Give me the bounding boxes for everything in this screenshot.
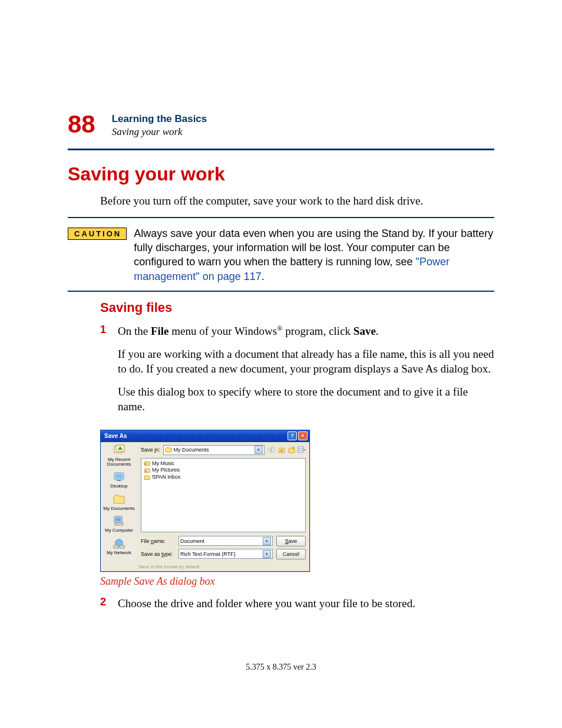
divider <box>68 217 494 218</box>
numbered-list: 2 Choose the drive and folder where you … <box>100 596 494 619</box>
svg-rect-6 <box>115 518 121 521</box>
back-button[interactable] <box>267 446 276 454</box>
save-as-type-label: Save as type: <box>141 551 175 557</box>
chevron-down-icon[interactable]: ▾ <box>263 550 271 558</box>
caution-text: Always save your data even when you are … <box>134 226 494 284</box>
file-name-input[interactable]: Document ▾ <box>178 536 273 546</box>
svg-rect-3 <box>115 474 123 479</box>
places-desktop[interactable]: Desktop <box>110 471 127 489</box>
step-number: 1 <box>100 324 118 423</box>
save-as-dialog: Save As ? × My Recent Documents <box>100 430 310 572</box>
list-item[interactable]: My Pictures <box>144 467 303 474</box>
step1-p1: On the File menu of your Windows® progra… <box>118 324 494 338</box>
running-head: Saving your work <box>112 126 207 138</box>
svg-rect-13 <box>298 447 303 452</box>
places-my-computer[interactable]: My Computer <box>105 515 133 533</box>
page-footer: 5.375 x 8.375 ver 2.3 <box>0 663 562 672</box>
figure-caption: Sample Save As dialog box <box>100 575 494 588</box>
page: 88 Learning the Basics Saving your work … <box>0 0 562 728</box>
chevron-down-icon[interactable]: ▾ <box>263 537 271 545</box>
page-header: 88 Learning the Basics Saving your work <box>68 112 494 138</box>
my-documents-icon <box>113 493 125 505</box>
caution-badge: CAUTION <box>68 228 127 240</box>
save-button[interactable]: Save <box>276 536 306 546</box>
close-button[interactable]: × <box>298 431 308 440</box>
figure: Save As ? × My Recent Documents <box>100 430 494 572</box>
save-in-combo[interactable]: My Documents ▾ <box>163 445 265 455</box>
save-in-label: Save in: <box>141 447 160 453</box>
views-button[interactable] <box>297 446 306 454</box>
new-folder-button[interactable] <box>287 446 296 454</box>
save-default-checkbox-label[interactable]: Save in this format by default <box>101 563 309 571</box>
section-title: Saving your work <box>68 163 494 185</box>
subsection-title: Saving files <box>100 300 494 315</box>
places-my-documents[interactable]: My Documents <box>103 493 134 511</box>
step2-text: Choose the drive and folder where you wa… <box>118 596 494 611</box>
list-item[interactable]: My Music <box>144 460 303 467</box>
step1-p2: If you are working with a document that … <box>118 347 494 376</box>
svg-point-16 <box>145 463 147 465</box>
my-network-icon <box>113 538 125 549</box>
list-item: 1 On the File menu of your Windows® prog… <box>100 324 494 423</box>
help-button[interactable]: ? <box>287 431 297 440</box>
dialog-title: Save As <box>104 433 127 439</box>
caution-block: CAUTION Always save your data even when … <box>68 226 494 284</box>
intro-paragraph: Before you turn off the computer, save y… <box>100 193 494 209</box>
divider <box>68 291 494 292</box>
svg-point-11 <box>269 447 275 453</box>
list-item[interactable]: SPAN Inbox <box>144 474 303 481</box>
recent-documents-icon <box>113 444 125 456</box>
svg-rect-4 <box>117 480 121 481</box>
folder-icon <box>144 467 150 473</box>
svg-rect-10 <box>120 545 124 548</box>
up-one-level-button[interactable] <box>277 446 286 454</box>
folder-icon <box>165 447 172 453</box>
my-computer-icon <box>113 515 125 527</box>
save-as-type-combo[interactable]: Rich Text Format (RTF) ▾ <box>178 549 273 559</box>
file-list-pane[interactable]: My Music My Pictures SPAN Inbox <box>141 458 306 532</box>
file-name-label: File name: <box>141 538 175 544</box>
nav-toolbar <box>267 446 306 454</box>
folder-icon <box>144 460 150 466</box>
numbered-list: 1 On the File menu of your Windows® prog… <box>100 324 494 423</box>
svg-rect-17 <box>145 470 147 472</box>
chevron-down-icon[interactable]: ▾ <box>254 446 263 454</box>
cancel-button[interactable]: Cancel <box>276 549 306 559</box>
chapter-title: Learning the Basics <box>112 113 207 125</box>
svg-point-12 <box>292 447 295 450</box>
svg-rect-9 <box>114 545 118 548</box>
divider <box>68 149 494 150</box>
page-number: 88 <box>68 112 95 137</box>
list-item: 2 Choose the drive and folder where you … <box>100 596 494 619</box>
dialog-titlebar[interactable]: Save As ? × <box>101 430 309 442</box>
folder-icon <box>144 475 150 480</box>
places-bar: My Recent Documents Desktop My Documents <box>101 442 137 563</box>
svg-rect-7 <box>115 523 123 525</box>
step1-p3: Use this dialog box to specify where to … <box>118 384 494 414</box>
places-recent[interactable]: My Recent Documents <box>102 444 136 467</box>
step-number: 2 <box>100 596 118 619</box>
places-my-network[interactable]: My Network <box>107 538 131 555</box>
desktop-icon <box>113 471 125 483</box>
